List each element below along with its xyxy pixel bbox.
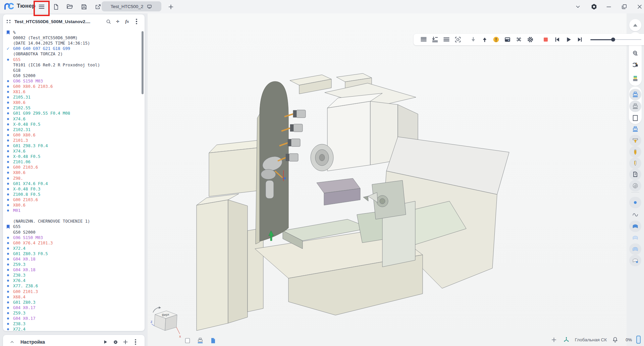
- machine-mini-icon[interactable]: [629, 124, 641, 134]
- panel-menu-button[interactable]: [132, 17, 141, 26]
- gcode-line[interactable]: X80.6: [3, 100, 143, 105]
- dot-marker-icon[interactable]: [3, 253, 13, 255]
- gcode-line[interactable]: (OBRABOTKA TORCZA 2): [3, 51, 143, 57]
- coordinate-system-label[interactable]: Глобальная СК: [575, 337, 607, 342]
- dot-marker-icon[interactable]: [3, 139, 13, 141]
- gcode-line[interactable]: X72.4: [3, 246, 143, 251]
- gcode-line[interactable]: G00 Z101.3: [3, 289, 143, 294]
- dot-marker-icon[interactable]: [3, 80, 13, 82]
- dot-marker-icon[interactable]: [3, 177, 13, 179]
- stock-visibility-toggle[interactable]: [208, 336, 218, 345]
- gcode-line[interactable]: O0002 (Test_HTC550D6_500M): [3, 35, 143, 41]
- stock-contour-icon[interactable]: [629, 169, 641, 180]
- gcode-line[interactable]: G00 Z103.6: [3, 197, 143, 203]
- dot-marker-icon[interactable]: [3, 312, 13, 314]
- slider-handle[interactable]: [611, 38, 615, 42]
- dot-marker-icon[interactable]: [3, 85, 13, 88]
- bookmark-marker-icon[interactable]: [3, 225, 13, 229]
- gcode-line[interactable]: G01 Z80.3 F0.5: [3, 251, 143, 256]
- gcode-line[interactable]: X80.6: [3, 203, 143, 208]
- gcode-line[interactable]: G01 Z98.3 F0.4: [3, 143, 143, 149]
- dot-marker-icon[interactable]: [3, 112, 13, 114]
- gcode-line[interactable]: G01 G99 Z99.55 F0.4 M08: [3, 111, 143, 116]
- dot-marker-icon[interactable]: [3, 204, 13, 206]
- probe-icon[interactable]: [629, 48, 641, 59]
- 3d-viewport[interactable]: Верх Z X: [148, 13, 627, 346]
- step-forward-button[interactable]: [481, 36, 489, 44]
- step-back-button[interactable]: [469, 36, 477, 44]
- stop-button[interactable]: [542, 36, 550, 44]
- gcode-line[interactable]: Z102.31: [3, 127, 143, 132]
- minimize-button[interactable]: [603, 1, 614, 12]
- dot-marker-icon[interactable]: [3, 166, 13, 168]
- gcode-line[interactable]: X81.6: [3, 89, 143, 95]
- save-button[interactable]: [78, 1, 90, 12]
- gcode-line[interactable]: X68.4: [3, 294, 143, 300]
- dot-marker-icon[interactable]: [3, 318, 13, 320]
- surface-shaded-icon[interactable]: [629, 221, 641, 232]
- gcode-line[interactable]: X74.6: [3, 116, 143, 122]
- dot-marker-icon[interactable]: [3, 264, 13, 266]
- dot-marker-icon[interactable]: [3, 193, 13, 195]
- check-marker-icon[interactable]: ✓: [3, 46, 13, 51]
- gcode-line[interactable]: X76.4: [3, 278, 143, 283]
- dot-marker-icon[interactable]: [3, 107, 13, 109]
- dot-marker-icon[interactable]: [3, 301, 13, 303]
- gcode-line[interactable]: X-0.48 F0.3: [3, 186, 143, 192]
- dot-marker-icon[interactable]: [3, 247, 13, 249]
- add-cs-button[interactable]: [550, 336, 558, 344]
- surface-wireframe-icon[interactable]: [629, 243, 641, 255]
- gcode-line[interactable]: X80.6: [3, 170, 143, 175]
- app-settings-button[interactable]: [588, 1, 600, 12]
- gcode-line[interactable]: G04 X0.17: [3, 316, 143, 321]
- collapse-icon[interactable]: [629, 19, 641, 31]
- simulation-settings-button[interactable]: [526, 36, 534, 44]
- gcode-line[interactable]: G55: [3, 57, 143, 62]
- dot-marker-icon[interactable]: [3, 237, 13, 239]
- tool-holder-icon[interactable]: [629, 158, 641, 169]
- dot-marker-icon[interactable]: [3, 188, 13, 190]
- bookmark-marker-icon[interactable]: [3, 31, 13, 35]
- gcode-line[interactable]: G00 X76.4 Z101.3: [3, 240, 143, 246]
- gcode-line[interactable]: G01 Z80.3: [3, 300, 143, 305]
- gcode-line[interactable]: ✓G00 G40 G97 G21 G18 G99: [3, 46, 143, 51]
- gcode-line[interactable]: Z105.31: [3, 95, 143, 100]
- skip-to-start-button[interactable]: [553, 36, 561, 44]
- drill-tool-icon[interactable]: [629, 146, 641, 158]
- skip-to-end-button[interactable]: [576, 36, 584, 44]
- dot-marker-icon[interactable]: [3, 145, 13, 147]
- speed-slider[interactable]: [590, 36, 641, 44]
- gcode-line[interactable]: Z101.06: [3, 159, 143, 165]
- gcode-line[interactable]: G04 X0.18: [3, 256, 143, 262]
- gcode-line[interactable]: G00 Z103.6: [3, 165, 143, 170]
- settings-menu-button[interactable]: [130, 337, 141, 346]
- dot-marker-icon[interactable]: [3, 242, 13, 244]
- gcode-line[interactable]: Z38.3: [3, 273, 143, 278]
- tab-test-htc500-2[interactable]: Test_HTC500_2: [102, 1, 161, 11]
- surface-translucent-icon[interactable]: [629, 232, 641, 243]
- lines-button[interactable]: [442, 36, 450, 44]
- gcode-line[interactable]: G04 X0.17: [3, 305, 143, 310]
- gcode-line[interactable]: M01: [3, 208, 143, 213]
- play-button[interactable]: [565, 36, 573, 44]
- maximize-button[interactable]: [619, 1, 630, 12]
- dot-marker-icon[interactable]: [3, 172, 13, 174]
- gcode-line[interactable]: G50 S2000: [3, 73, 143, 78]
- divide-button[interactable]: ÷: [113, 17, 122, 26]
- coordinate-system-button[interactable]: [562, 336, 571, 344]
- gcode-line[interactable]: Z102.55: [3, 105, 143, 111]
- dropdown-button[interactable]: [572, 1, 584, 12]
- add-tab-button[interactable]: [165, 1, 176, 12]
- selection-settings-button[interactable]: [454, 36, 462, 44]
- gcode-line[interactable]: (NARUZHN. CHERNOVOE TOCHENIE 1): [3, 219, 143, 224]
- dot-marker-icon[interactable]: [3, 150, 13, 152]
- search-button[interactable]: [104, 17, 113, 26]
- gcode-line[interactable]: G50 S2000: [3, 229, 143, 235]
- dot-marker-icon[interactable]: [3, 129, 13, 131]
- stock-box-icon[interactable]: [629, 113, 641, 123]
- gcode-line[interactable]: G01 X74.6 F0.4: [3, 181, 143, 186]
- gcode-line[interactable]: G00 X80.6 Z103.6: [3, 84, 143, 89]
- run-setting-button[interactable]: [100, 337, 110, 346]
- gcode-line[interactable]: (DATE 14.04.2025 TIME 14:36:15): [3, 41, 143, 46]
- machine-alt-icon[interactable]: [629, 101, 641, 112]
